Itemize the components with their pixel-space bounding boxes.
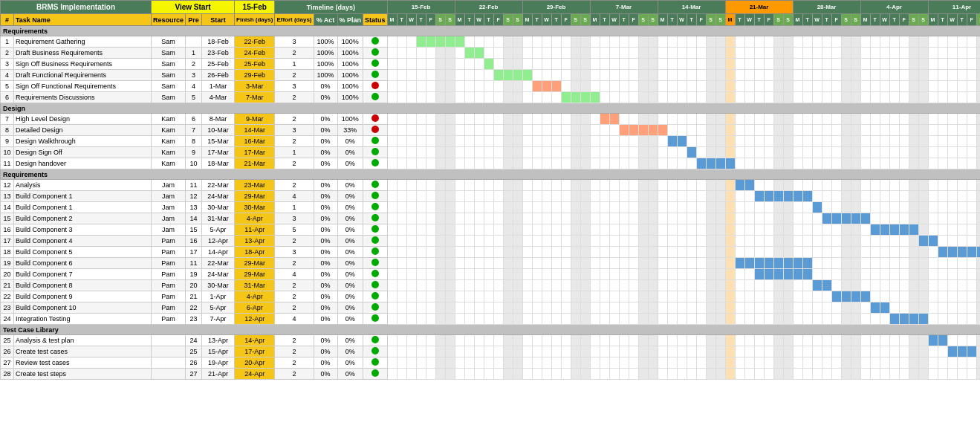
day-h: T (870, 14, 880, 26)
table-row: 15 Build Component 2 Jam 14 31-Mar 4-Apr… (1, 213, 981, 224)
gantt-day (909, 224, 918, 236)
gantt-day (687, 335, 696, 346)
gantt-day (474, 158, 484, 169)
gantt-day (899, 213, 909, 224)
gantt-day (909, 258, 918, 269)
gantt-day (590, 369, 600, 380)
gantt-day (860, 70, 870, 81)
effort: 1 (275, 147, 314, 158)
gantt-day (542, 125, 551, 136)
gantt-day (629, 191, 638, 202)
pre: 9 (186, 147, 202, 158)
row-num: 8 (1, 125, 14, 136)
gantt-day (793, 180, 802, 191)
brms-title: BRMS Implementation (1, 1, 152, 14)
gantt-day (580, 180, 590, 191)
gantt-day (812, 48, 822, 59)
gantt-day (387, 302, 397, 314)
gantt-day (841, 158, 851, 169)
gantt-day (754, 236, 764, 247)
gantt-day (503, 213, 513, 224)
gantt-day (909, 92, 918, 103)
gantt-day (802, 92, 812, 103)
gantt-day (967, 369, 976, 380)
gantt-day (638, 302, 648, 314)
gantt-day (571, 236, 580, 247)
gantt-day (435, 236, 445, 247)
row-num: 18 (1, 247, 14, 258)
section-header-row: Design (1, 103, 981, 114)
gantt-day (397, 224, 406, 236)
main-wrapper[interactable]: BRMS Implementation View Start 15-Feb Ti… (0, 0, 980, 437)
gantt-day (841, 335, 851, 346)
gantt-day (658, 125, 667, 136)
gantt-day (629, 81, 638, 92)
gantt-day (493, 357, 503, 369)
timeline-label: Timeline (days) (275, 1, 387, 14)
gantt-day (706, 136, 715, 147)
gantt-day (976, 258, 980, 269)
gantt-day (580, 335, 590, 346)
gantt-day (455, 114, 464, 125)
gantt-day (397, 59, 406, 70)
gantt-day (658, 59, 667, 70)
effort: 3 (275, 36, 314, 48)
gantt-day (725, 147, 735, 158)
day-h: S (513, 14, 522, 26)
gantt-day (696, 335, 706, 346)
table-row: 14 Build Component 1 Jam 13 30-Mar 30-Ma… (1, 202, 981, 213)
gantt-day (880, 191, 889, 202)
gantt-day (600, 291, 609, 302)
gantt-day (909, 314, 918, 325)
gantt-day (851, 125, 860, 136)
gantt-day (600, 280, 609, 291)
gantt-day (947, 224, 957, 236)
gantt-day (909, 81, 918, 92)
gantt-day (397, 81, 406, 92)
gantt-day (793, 346, 802, 357)
gantt-day (715, 213, 725, 224)
gantt-day (455, 36, 464, 48)
gantt-day (503, 48, 513, 59)
gantt-day (909, 369, 918, 380)
gantt-day (561, 114, 571, 125)
gantt-day (532, 92, 542, 103)
gantt-day (735, 357, 744, 369)
gantt-day (793, 92, 802, 103)
gantt-day (851, 335, 860, 346)
pct-plan: 100% (337, 48, 363, 59)
gantt-day (899, 269, 909, 280)
task-name: Create test cases (14, 346, 152, 357)
gantt-day (841, 269, 851, 280)
gantt-day (397, 114, 406, 125)
pct-plan: 100% (337, 70, 363, 81)
gantt-day (744, 48, 754, 59)
finish: 18-Apr (235, 247, 275, 258)
gantt-day (764, 236, 773, 247)
gantt-day (600, 357, 609, 369)
gantt-day (754, 48, 764, 59)
gantt-day (851, 236, 860, 247)
gantt-day (629, 269, 638, 280)
gantt-day (522, 180, 532, 191)
start: 30-Mar (202, 202, 235, 213)
gantt-day (706, 236, 715, 247)
day-h: M (590, 14, 600, 26)
gantt-day (609, 258, 619, 269)
pct-act: 0% (314, 335, 337, 346)
gantt-day (455, 125, 464, 136)
gantt-day (571, 247, 580, 258)
gantt-day (445, 269, 455, 280)
status (363, 346, 388, 357)
gantt-day (542, 70, 551, 81)
gantt-day (928, 81, 938, 92)
day-h: M (658, 14, 667, 26)
gantt-day (870, 258, 880, 269)
task-name: Sign Off Functional Requirements (14, 81, 152, 92)
gantt-day (889, 147, 899, 158)
gantt-day (976, 269, 980, 280)
pct-plan: 0% (337, 202, 363, 213)
day-h: S (773, 14, 783, 26)
gantt-day (493, 224, 503, 236)
gantt-day (764, 314, 773, 325)
